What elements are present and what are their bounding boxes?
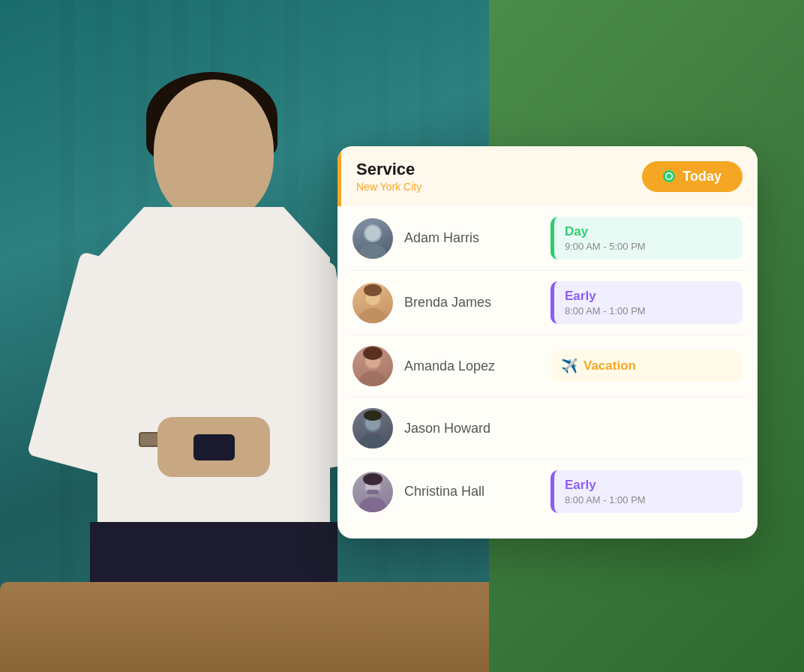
svg-point-1: [359, 244, 386, 259]
table-row[interactable]: Jason Howard: [349, 398, 746, 460]
person-watch: [139, 432, 160, 447]
svg-point-12: [359, 434, 386, 448]
card-title: Service: [356, 160, 422, 179]
shift-label: Day: [565, 224, 646, 239]
shift-badge: Early 8:00 AM - 1:00 PM: [550, 281, 742, 324]
shift-time: 9:00 AM - 5:00 PM: [565, 241, 646, 252]
shift-label: Early: [565, 478, 646, 493]
today-button[interactable]: Today: [642, 161, 742, 192]
bench: [0, 582, 540, 672]
schedule-card: Service New York City Today Adam Harris …: [338, 146, 758, 538]
header-left: Service New York City: [356, 160, 422, 193]
person-body: [98, 207, 330, 544]
today-label: Today: [682, 169, 722, 184]
table-row[interactable]: Christina Hall Early 8:00 AM - 1:00 PM: [349, 460, 746, 524]
shift-info: Early 8:00 AM - 1:00 PM: [565, 478, 646, 506]
shift-time: 8:00 AM - 1:00 PM: [565, 305, 646, 316]
status-indicator: [663, 170, 675, 182]
person-hands: [158, 417, 270, 477]
svg-point-8: [359, 371, 386, 386]
svg-point-4: [359, 308, 386, 323]
vacation-icon: ✈️: [561, 358, 578, 374]
shift-time: 8:00 AM - 1:00 PM: [565, 494, 646, 506]
svg-point-14: [364, 410, 382, 421]
shift-badge: Day 9:00 AM - 5:00 PM: [550, 217, 742, 260]
shift-label: Early: [565, 289, 646, 304]
svg-point-10: [363, 346, 382, 360]
employee-list: Adam Harris Day 9:00 AM - 5:00 PM Brenda…: [338, 206, 758, 524]
avatar: [352, 408, 393, 448]
avatar: [352, 346, 393, 386]
table-row[interactable]: Amanda Lopez ✈️ Vacation: [349, 335, 746, 398]
svg-point-2: [365, 226, 380, 241]
employee-name: Jason Howard: [404, 421, 539, 436]
shift-badge: ✈️ Vacation: [550, 350, 742, 382]
employee-name: Amanda Lopez: [404, 358, 539, 374]
svg-point-16: [359, 497, 386, 512]
shift-badge: [550, 421, 742, 436]
table-row[interactable]: Adam Harris Day 9:00 AM - 5:00 PM: [349, 206, 746, 271]
svg-rect-19: [367, 490, 379, 494]
shift-badge: Early 8:00 AM - 1:00 PM: [550, 470, 742, 513]
table-row[interactable]: Brenda James Early 8:00 AM - 1:00 PM: [349, 271, 746, 335]
avatar: [352, 218, 393, 259]
phone-device: [194, 434, 235, 460]
avatar: [352, 283, 393, 323]
shift-info: Early 8:00 AM - 1:00 PM: [565, 289, 646, 316]
shift-label: Vacation: [584, 358, 636, 374]
card-subtitle: New York City: [356, 181, 422, 193]
employee-name: Adam Harris: [404, 230, 539, 246]
shift-info: Day 9:00 AM - 5:00 PM: [565, 224, 646, 252]
employee-name: Brenda James: [404, 295, 539, 310]
avatar: [352, 472, 393, 512]
svg-point-6: [364, 284, 382, 296]
svg-point-18: [363, 473, 382, 485]
person-head: [154, 80, 274, 222]
employee-name: Christina Hall: [404, 484, 539, 500]
card-header: Service New York City Today: [338, 146, 758, 206]
